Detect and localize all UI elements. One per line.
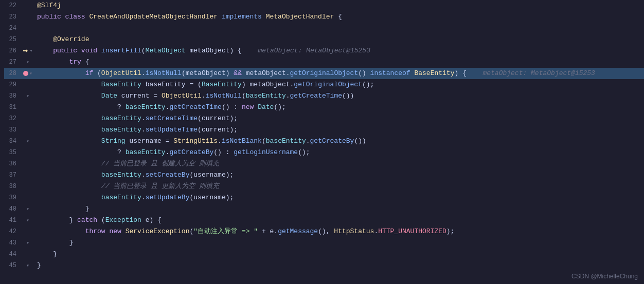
code-line: 23public class CreateAndUpdateMetaObject… [4, 11, 644, 23]
code-line: 43▾ } [4, 237, 644, 249]
method-token: getMessage [278, 228, 318, 235]
punct-token: = [166, 137, 174, 145]
punct-token: ? [117, 148, 126, 156]
punct-token: { [338, 13, 342, 21]
type-token: MetaObject [146, 47, 190, 54]
debug-hint-token: metaObject: MetaObject@15253 [258, 47, 370, 54]
method-token: getCreateTime [290, 92, 342, 100]
method-token: getCreateBy [169, 148, 213, 156]
punct-token: ()) [354, 137, 366, 145]
classname-token: ServiceException [126, 228, 190, 235]
fold-icon[interactable]: ▾ [26, 262, 29, 269]
fold-icon[interactable]: ▾ [26, 93, 29, 99]
kw-token: new [242, 103, 258, 111]
fold-icon[interactable]: ▾ [26, 59, 29, 65]
punct-token: . [141, 69, 146, 77]
code-line: 22@Slf4j [4, 0, 644, 11]
punct-token: () : [222, 103, 242, 111]
punct-token: ); [226, 194, 234, 201]
punct-token: (), [318, 228, 334, 235]
method-token: getOriginalObject [294, 81, 362, 88]
punct-token: ( [101, 216, 105, 224]
punct-token: ) metaObject. [242, 81, 294, 88]
punct-token: = ( [189, 81, 201, 88]
fold-icon[interactable]: ▾ [26, 217, 29, 223]
line-content: } [35, 237, 644, 249]
method-token: getCreateBy [310, 137, 354, 145]
fold-icon[interactable]: ▾ [26, 240, 29, 246]
line-content: } [35, 260, 644, 271]
field-token: baseEntity [126, 103, 166, 111]
line-icons: ⮕▾ [21, 48, 35, 54]
fold-icon[interactable]: ▾ [26, 206, 29, 212]
fold-icon[interactable]: ▾ [29, 70, 32, 77]
line-icons: ▾ [21, 217, 35, 223]
punct-token: (); [274, 103, 285, 111]
line-icons: ▾ [21, 206, 35, 212]
method-token: insertFill [101, 47, 141, 54]
annotation-token: @Slf4j [37, 2, 61, 9]
var-token: username [193, 171, 225, 179]
code-line: 28▾ if (ObjectUtil.isNotNull(metaObject)… [4, 68, 644, 79]
code-lines: 22@Slf4j23public class CreateAndUpdateMe… [0, 0, 644, 284]
punct-token: ); [446, 228, 455, 235]
line-number: 34 [4, 138, 21, 145]
code-line: 25 @Override [4, 34, 644, 45]
code-line: 27▾ try { [4, 56, 644, 68]
classname-token: ObjectUtil [101, 69, 141, 77]
punct-token: ); [230, 126, 238, 134]
method-token: setCreateTime [146, 115, 198, 122]
line-number: 38 [4, 183, 21, 190]
var-token: metaObject [190, 47, 230, 54]
field-token: baseEntity [101, 126, 141, 134]
line-number: 35 [4, 149, 21, 156]
line-icons: ▾ [21, 59, 35, 65]
bool-op-token: && [234, 69, 242, 77]
punct-token: ); [226, 171, 234, 179]
line-content: // 当前已登录 且 创建人为空 则填充 [35, 158, 644, 169]
code-line: 32 baseEntity.setCreateTime(current); [4, 113, 644, 124]
fold-icon[interactable]: ▾ [29, 48, 32, 54]
line-content: try { [35, 56, 644, 68]
code-line: 33 baseEntity.setUpdateTime(current); [4, 124, 644, 136]
method-token: getOriginalObject [290, 69, 359, 77]
kw-token: catch [77, 216, 101, 224]
punct-token: . [218, 137, 222, 145]
var-token: username [129, 137, 165, 145]
line-content: String username = StringUtils.isNotBlank… [35, 136, 644, 147]
type-token: String [101, 137, 130, 145]
method-token: setCreateBy [146, 171, 190, 179]
kw-token: void [81, 47, 101, 54]
kw-token: class [65, 13, 90, 21]
debug-arrow-icon: ⮕ [23, 48, 28, 54]
code-line: 26⮕▾ public void insertFill(MetaObject m… [4, 45, 644, 56]
line-icons: ▾ [21, 262, 35, 269]
punct-token: ) [226, 69, 234, 77]
punct-token: ( [141, 47, 146, 54]
line-number: 25 [4, 36, 21, 43]
field-token: baseEntity [126, 148, 166, 156]
line-content: BaseEntity baseEntity = (BaseEntity) met… [35, 79, 644, 90]
breakpoint-icon[interactable] [23, 71, 28, 76]
line-content: } catch (Exception e) { [35, 215, 644, 226]
kw2-token: instanceof [370, 69, 415, 77]
punct-token: ( [198, 126, 202, 134]
kw-token: if [85, 69, 97, 77]
field-token: baseEntity [101, 115, 141, 122]
line-content: } [35, 249, 644, 260]
code-line: 35 ? baseEntity.getCreateBy() : getLogin… [4, 147, 644, 158]
line-content: throw new ServiceException("自动注入异常 => " … [35, 226, 644, 237]
var-token: current [202, 126, 230, 134]
method-token: getLoginUsername [234, 148, 298, 156]
fold-icon[interactable]: ▾ [26, 138, 29, 144]
code-line: 24 [4, 23, 644, 34]
line-number: 42 [4, 228, 21, 235]
punct-token: } [69, 216, 77, 224]
line-content: @Override [35, 34, 644, 45]
code-line: 34▾ String username = StringUtils.isNotB… [4, 136, 644, 147]
kw-token: try [69, 58, 85, 66]
line-content: if (ObjectUtil.isNotNull(metaObject) && … [35, 68, 644, 79]
line-icons: ▾ [21, 138, 35, 144]
line-content: @Slf4j [35, 0, 644, 11]
punct-token: metaObject. [242, 69, 290, 77]
